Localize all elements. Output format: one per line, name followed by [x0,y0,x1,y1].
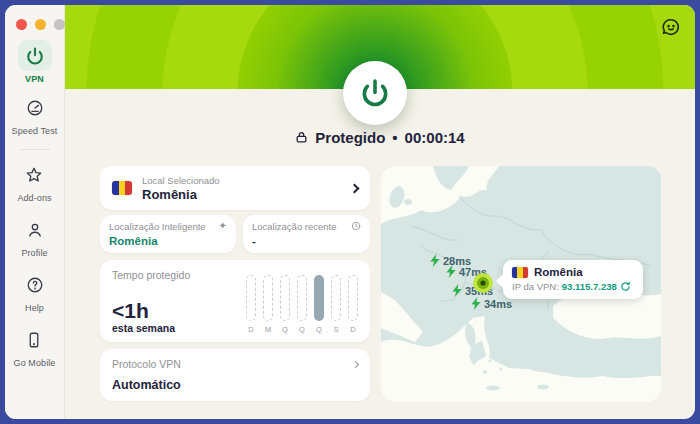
map-panel: 28ms 47ms 35ms 34ms [381,166,661,402]
sidebar: VPN Speed Test Add-ons [5,5,65,419]
close-button[interactable] [16,19,27,30]
sidebar-item-label: Profile [21,248,47,258]
protected-time-period: esta semana [112,322,190,334]
sidebar-item-profile[interactable]: Profile [19,215,51,258]
ping-marker: 34ms [470,297,512,310]
status-label: Protegido [315,129,385,146]
status-separator: • [392,129,397,146]
refresh-icon[interactable] [620,281,631,292]
sidebar-item-go-mobile[interactable]: Go Mobile [14,325,56,368]
sidebar-item-label: Go Mobile [14,358,56,368]
feedback-chat-icon[interactable] [660,16,682,38]
fullscreen-button[interactable] [54,19,65,30]
protected-time-bar [246,275,256,321]
sidebar-item-label: Add-ons [17,193,51,203]
sparkle-icon: ✦ [219,221,227,230]
selected-location-label: Local Selecionado [142,175,341,186]
star-icon [18,160,50,190]
sidebar-item-label: Help [25,303,44,313]
chevron-right-icon [350,183,360,193]
minimize-button[interactable] [35,19,46,30]
sidebar-item-vpn[interactable]: VPN [18,40,52,84]
protected-time-label: Tempo protegido [112,269,190,281]
sidebar-item-label: Speed Test [12,126,58,136]
speedometer-icon [19,93,51,123]
protected-time-bar [280,275,290,321]
power-icon [359,77,391,109]
weekly-bar-chart: D M Q Q Q S D [246,269,358,334]
smart-location-label: Localização Inteligente [109,221,206,232]
protected-time-bar [263,275,273,321]
clock-icon [351,221,361,231]
tooltip-country: Romênia [534,266,583,278]
connected-location-dot [472,272,494,294]
bolt-icon [451,284,463,297]
bar-day-label: M [265,325,271,334]
sidebar-divider [20,149,50,150]
power-icon [18,40,52,71]
recent-location-label: Localização recente [252,221,337,232]
ping-value: 34ms [484,298,512,310]
vpn-protocol-card[interactable]: Protocolo VPN Automático [100,349,370,401]
chevron-right-icon [352,360,359,367]
bar-day-label: Q [282,325,288,334]
selected-location-card[interactable]: Local Selecionado Romênia [100,166,370,210]
selected-location-value: Romênia [142,187,341,202]
smart-location-card[interactable]: Localização Inteligente ✦ Romênia [100,215,236,253]
bar-day-label: Q [316,325,322,334]
power-button[interactable] [343,61,407,125]
vpn-protocol-label: Protocolo VPN [112,358,181,370]
protected-time-card: Tempo protegido <1h esta semana D M Q Q … [100,260,370,342]
phone-icon [18,325,50,355]
lock-icon [295,130,308,145]
traffic-lights [5,19,65,30]
vpn-protocol-value: Automático [112,378,358,392]
sidebar-item-add-ons[interactable]: Add-ons [17,160,51,203]
protected-time-bar [297,275,307,321]
tooltip-ip-label: IP da VPN: [512,281,559,292]
romania-flag [112,181,132,195]
status-timer: 00:00:14 [405,129,465,146]
connection-status: Protegido • 00:00:14 [65,129,695,146]
tooltip-ip-value: 93.115.7.238 [562,281,617,292]
protected-time-value: <1h [112,301,190,321]
app-window: VPN Speed Test Add-ons [5,5,695,419]
connection-tooltip: Romênia IP da VPN: 93.115.7.238 [503,260,643,299]
bolt-icon [470,297,482,310]
bolt-icon [429,254,441,267]
bar-day-label: Q [299,325,305,334]
sidebar-item-label: VPN [25,74,44,84]
main-area: Protegido • 00:00:14 Local Selecionado R… [65,5,695,419]
bar-day-label: D [248,325,253,334]
protected-time-bar [331,275,341,321]
recent-location-card[interactable]: Localização recente - [243,215,370,253]
romania-flag [512,267,528,278]
protected-time-bar [348,275,358,321]
protected-time-bar [314,275,324,321]
bar-day-label: S [333,325,338,334]
bar-day-label: D [350,325,355,334]
question-icon [19,270,51,300]
sidebar-item-speed-test[interactable]: Speed Test [12,93,58,136]
smart-location-value: Romênia [109,235,227,247]
recent-location-value: - [252,235,361,247]
bolt-icon [445,265,457,278]
cards-column: Local Selecionado Romênia Localização In… [100,166,370,401]
sidebar-item-help[interactable]: Help [19,270,51,313]
person-icon [19,215,51,245]
